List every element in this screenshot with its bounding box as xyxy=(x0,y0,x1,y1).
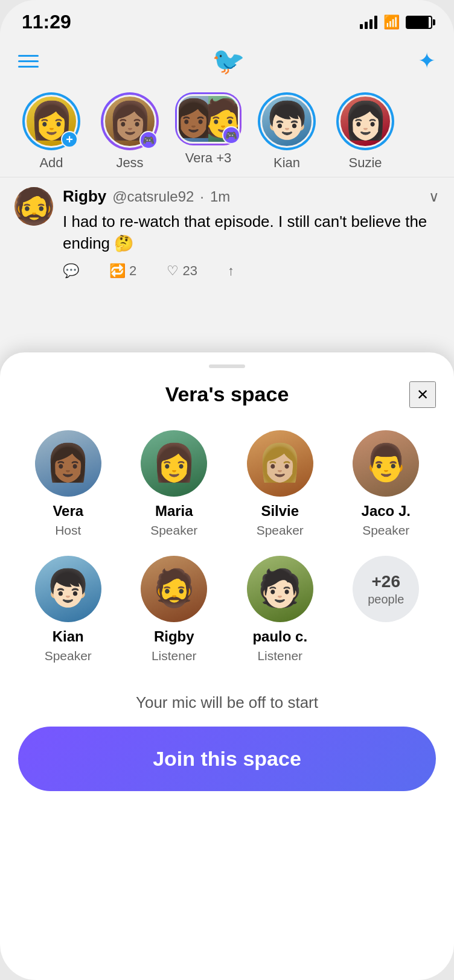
like-icon[interactable]: ♡ 23 xyxy=(167,263,197,279)
add-badge: + xyxy=(61,131,78,148)
tweet-actions: 💬 🔁 2 ♡ 23 ↑ xyxy=(14,263,440,279)
tweet-author-avatar xyxy=(14,187,53,226)
participant-role-jaco: Speaker xyxy=(362,523,409,538)
story-label-kian: Kian xyxy=(273,155,300,171)
suzie-avatar xyxy=(339,95,392,148)
tweet-container: Rigby @catsrule92 · 1m ∨ I had to re-wat… xyxy=(0,177,454,288)
twitter-logo: 🐦 xyxy=(212,45,245,77)
participant-item-maria: Maria Speaker xyxy=(124,430,225,538)
participant-avatar-rigby xyxy=(141,556,207,622)
participant-name-silvie: Silvie xyxy=(261,503,299,520)
participant-avatar-vera xyxy=(35,430,101,497)
participant-item-kian: Kian Speaker xyxy=(18,556,118,663)
participant-role-vera: Host xyxy=(55,523,81,538)
retweet-icon[interactable]: 🔁 2 xyxy=(109,263,136,279)
top-nav: 🐦 ✦ xyxy=(0,39,454,86)
sheet-handle xyxy=(209,364,245,368)
battery-icon xyxy=(406,16,432,29)
reply-icon[interactable]: 💬 xyxy=(63,263,79,279)
tweet-author-handle: @catsrule92 xyxy=(112,188,194,205)
participant-role-silvie: Speaker xyxy=(257,523,304,538)
story-item-suzie[interactable]: Suzie xyxy=(326,92,404,171)
mic-note: Your mic will be off to start xyxy=(18,693,436,712)
tweet-time: · xyxy=(200,188,204,205)
sheet-title: Vera's space xyxy=(165,383,289,406)
stories-row: + Add 🎮 Jess 🎮 xyxy=(0,86,454,177)
participant-item-paulo: paulo c. Listener xyxy=(230,556,330,663)
status-icons: 📶 xyxy=(360,14,432,30)
more-label: people xyxy=(368,593,404,606)
hamburger-menu-icon[interactable] xyxy=(18,55,39,68)
tweet-author-name: Rigby xyxy=(63,187,106,206)
participant-item-silvie: Silvie Speaker xyxy=(230,430,330,538)
tweet-time-value: 1m xyxy=(210,188,230,205)
close-button[interactable]: × xyxy=(409,381,436,408)
participant-name-jaco: Jaco J. xyxy=(362,503,411,520)
participant-item-rigby: Rigby Listener xyxy=(124,556,225,663)
participant-role-rigby: Listener xyxy=(152,649,197,663)
more-people-avatar: +26 people xyxy=(353,556,419,622)
participant-name-maria: Maria xyxy=(155,503,193,520)
share-icon[interactable]: ↑ xyxy=(228,263,234,279)
story-item-vera[interactable]: 🎮 Vera +3 xyxy=(169,92,248,171)
story-label-suzie: Suzie xyxy=(348,155,382,171)
status-time: 11:29 xyxy=(22,11,71,33)
participant-avatar-silvie xyxy=(247,430,313,497)
tweet-header: Rigby @catsrule92 · 1m ∨ I had to re-wat… xyxy=(14,187,440,255)
phone-frame: 11:29 📶 🐦 ✦ xyxy=(0,0,454,980)
story-item-jess[interactable]: 🎮 Jess xyxy=(91,92,169,171)
signal-icon xyxy=(360,16,377,29)
participant-name-vera: Vera xyxy=(53,503,83,520)
story-label-add: Add xyxy=(39,155,63,171)
bottom-sheet: Vera's space × Vera Host Maria Speaker S… xyxy=(0,352,454,980)
participant-item-more[interactable]: +26 people xyxy=(336,556,436,663)
participant-item-vera: Vera Host xyxy=(18,430,118,538)
story-item-kian[interactable]: Kian xyxy=(248,92,326,171)
participant-role-kian: Speaker xyxy=(45,649,92,663)
participant-avatar-maria xyxy=(141,430,207,497)
join-space-button[interactable]: Join this space xyxy=(18,727,436,791)
status-bar: 11:29 📶 xyxy=(0,0,454,39)
sparkle-icon[interactable]: ✦ xyxy=(418,48,436,74)
story-label-jess: Jess xyxy=(116,155,143,171)
game-badge-jess: 🎮 xyxy=(139,131,158,149)
story-item-add[interactable]: + Add xyxy=(12,92,91,171)
wifi-icon: 📶 xyxy=(383,14,400,30)
story-label-vera: Vera +3 xyxy=(185,150,231,166)
participant-role-maria: Speaker xyxy=(150,523,197,538)
participant-name-paulo: paulo c. xyxy=(252,628,307,645)
more-count: +26 xyxy=(372,572,401,591)
participant-avatar-jaco xyxy=(353,430,419,497)
game-badge-vera: 🎮 xyxy=(222,126,240,144)
participant-avatar-kian xyxy=(35,556,101,622)
participant-name-kian: Kian xyxy=(53,628,84,645)
participant-role-paulo: Listener xyxy=(257,649,302,663)
participant-avatar-paulo xyxy=(247,556,313,622)
tweet-expand-icon[interactable]: ∨ xyxy=(429,188,440,205)
sheet-header: Vera's space × xyxy=(18,383,436,406)
kian-avatar xyxy=(260,95,313,148)
participant-name-rigby: Rigby xyxy=(154,628,194,645)
participants-grid: Vera Host Maria Speaker Silvie Speaker J… xyxy=(18,430,436,663)
tweet-meta: Rigby @catsrule92 · 1m ∨ I had to re-wat… xyxy=(63,187,440,255)
participant-item-jaco: Jaco J. Speaker xyxy=(336,430,436,538)
tweet-text: I had to re-watch that episode. I still … xyxy=(63,211,440,255)
